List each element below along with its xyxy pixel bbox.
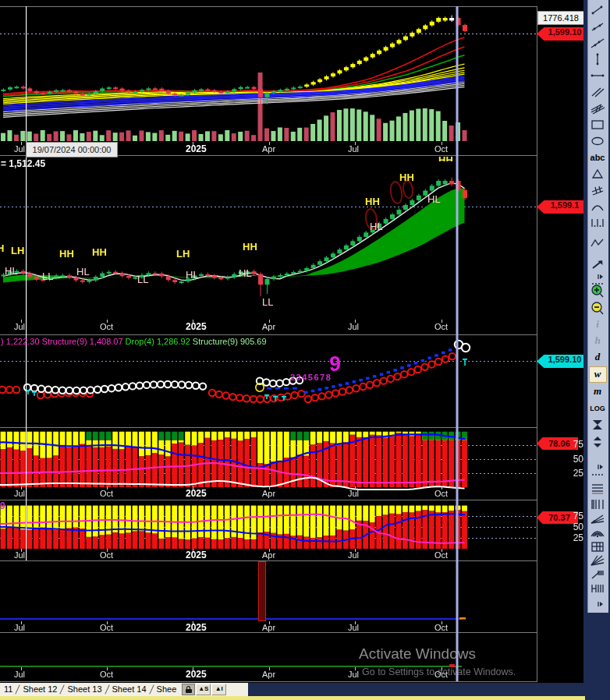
scale-label: 50 [566, 454, 583, 465]
bar-count-sequence: 2345678 [290, 373, 332, 382]
scale-label: 25 [566, 532, 583, 543]
sheet-tab[interactable]: Sheet 12 [19, 684, 61, 695]
panel3-indicator-header: ) 1,222.30 Structure(9) 1,408.07 Drop(4)… [1, 337, 267, 347]
structure-marker: HL [5, 266, 18, 276]
axis-label-year: 2025 [186, 550, 207, 560]
gann-fan-icon[interactable] [589, 553, 606, 567]
arc-icon[interactable] [589, 200, 606, 214]
fib-fan-icon[interactable] [589, 511, 606, 525]
scale-label: 75 [566, 511, 583, 521]
ellipse-icon[interactable] [589, 134, 606, 148]
scale-label: 25 [566, 468, 583, 479]
fib-retracement-icon[interactable] [589, 482, 606, 496]
trendline-icon[interactable] [589, 3, 606, 17]
axis-label: Jul [348, 488, 359, 499]
vertical-line-icon[interactable] [589, 52, 606, 66]
parallel-lines-icon[interactable] [589, 85, 606, 99]
structure-marker: HL [76, 267, 90, 277]
cycle-tool-icon[interactable] [589, 582, 606, 596]
axis-label: Jul [14, 143, 25, 154]
fib-arcs-icon[interactable] [589, 525, 606, 539]
lock-icon [186, 689, 192, 693]
axis-label-year: 2025 [186, 143, 207, 154]
cycle-lines-icon[interactable] [589, 216, 606, 230]
structure-marker: HH [365, 196, 380, 207]
axis-label: Apr [262, 143, 275, 154]
date-tooltip: 19/07/2024 00:00:00 [26, 142, 118, 157]
interval-intraday-button[interactable]: i [587, 318, 608, 331]
sheet-tab-bar: 11 Sheet 12 Sheet 13 Sheet 14 Shee ▲S ▲I [0, 683, 585, 696]
axis-label-year: 2025 [186, 488, 207, 499]
axis-label-year: 2025 [186, 321, 207, 332]
sheet-scroll-button[interactable]: ▲I [211, 684, 226, 695]
expand-bars-icon[interactable] [589, 435, 606, 449]
axis-label: Oct [100, 321, 113, 332]
triangle-icon[interactable] [589, 167, 606, 181]
axis-label: Jul [14, 488, 25, 499]
splitter-expand-icon[interactable] [589, 597, 606, 611]
axis-label: Jul [14, 622, 25, 633]
rectangle-icon[interactable] [589, 118, 606, 132]
structure-marker: LL [42, 271, 53, 281]
structure-marker: HH [92, 247, 107, 257]
interval-hourly-button[interactable]: h [587, 334, 608, 347]
interval-daily-button[interactable]: d [587, 351, 608, 363]
interval-monthly-button[interactable]: m [587, 385, 608, 398]
scale-label: 75 [566, 439, 583, 450]
sheet-tab[interactable]: Sheet 13 [63, 684, 105, 695]
zoom-in-icon[interactable] [589, 285, 606, 299]
panel5-corner-label: 9 [0, 501, 5, 511]
axis-label: Jul [348, 321, 359, 332]
structure-marker: LL [262, 297, 273, 307]
structure-marker: HH [399, 172, 414, 182]
axis-label: Jul [14, 550, 25, 560]
sheet-tab[interactable]: Shee [153, 684, 181, 695]
axis-label: Oct [100, 622, 113, 633]
log-scale-button[interactable]: LOG [587, 403, 608, 414]
sheet-tabs: 11 Sheet 12 Sheet 13 Sheet 14 Shee ▲S ▲I [0, 683, 248, 696]
structure-marker: LH [176, 249, 190, 259]
axis-label: Apr [262, 622, 275, 633]
chart-workspace: = 1,512.45 ) 1,222.30 Structure(9) 1,408… [0, 0, 610, 700]
cursor-price-box: 1776.418 [537, 11, 584, 25]
zoom-out-icon[interactable] [589, 302, 606, 316]
lock-button[interactable] [182, 684, 195, 695]
horizontal-line-icon[interactable] [589, 69, 606, 83]
zigzag-icon[interactable] [589, 236, 606, 250]
structure-marker: HH [59, 249, 74, 259]
scale-label: 50 [566, 521, 583, 532]
axis-label: Jul [348, 550, 359, 560]
bar-count-final: 9 [329, 354, 341, 375]
text-tool[interactable]: abc [589, 150, 606, 164]
structure-value-3: Structure(9) 905.69 [190, 337, 267, 346]
axis-label: Apr [262, 321, 275, 332]
structure-value-2: Drop(4) 1,286.92 [123, 337, 190, 346]
axis-label: Oct [434, 143, 448, 154]
axis-label: Jul [348, 622, 359, 633]
activate-windows-watermark: Activate Windows [359, 645, 476, 663]
ray-icon[interactable] [589, 19, 606, 34]
axis-label: Apr [262, 669, 275, 680]
structure-marker: H [0, 243, 4, 253]
structure-marker: HL [370, 221, 383, 232]
gann-line-icon[interactable] [589, 567, 606, 582]
regression-channel-icon[interactable] [589, 101, 606, 115]
bottom-status-strip [0, 696, 585, 700]
sheet-scroll-button[interactable]: ▲S [196, 684, 211, 695]
fib-timezones-icon[interactable] [589, 497, 606, 511]
compress-bars-icon[interactable] [589, 418, 606, 432]
extended-line-icon[interactable] [589, 36, 606, 50]
axis-label: Oct [434, 550, 448, 560]
structure-marker: LL [137, 274, 148, 285]
structure-marker: LH [11, 246, 24, 256]
axis-label: Oct [100, 550, 113, 560]
grip-handle-icon[interactable] [589, 468, 606, 482]
axis-label-year: 2025 [186, 669, 207, 680]
panel3-price-tag: 1,599.10 [537, 355, 589, 368]
fib-grid-icon[interactable] [589, 539, 606, 553]
interval-weekly-button[interactable]: w [587, 368, 608, 380]
channel-ticks-icon[interactable] [589, 183, 606, 197]
last-price-tag: 1,599.10 [537, 27, 589, 41]
sheet-tab[interactable]: Sheet 14 [108, 684, 151, 695]
axis-label: Apr [262, 550, 275, 560]
